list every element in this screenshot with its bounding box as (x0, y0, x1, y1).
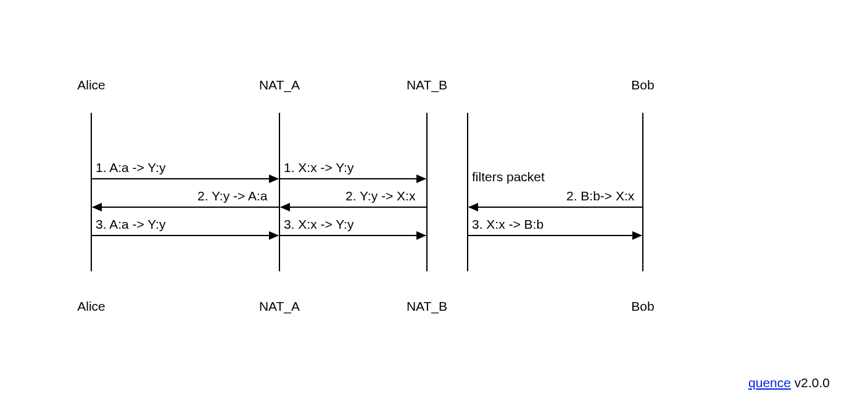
arrow-r3-nata-to-natb (280, 235, 426, 236)
arrow-r1-alice-to-nata (92, 178, 278, 179)
arrow-r2-nata-to-alice (93, 207, 279, 208)
msg-r2-ab: 2. Y:y -> A:a (197, 189, 267, 203)
credit-link[interactable]: quence (748, 375, 791, 390)
actor-label-nat-b-top: NAT_B (407, 78, 447, 92)
lifeline-alice (91, 113, 92, 271)
lifeline-nat-b-gap-right (467, 113, 468, 271)
note-filters-packet: filters packet (472, 170, 545, 184)
msg-r2-cd: 2. B:b-> X:x (566, 189, 634, 203)
msg-r3-cd: 3. X:x -> B:b (472, 217, 544, 232)
lifeline-nat-a (279, 113, 280, 271)
arrow-r3-alice-to-nata (92, 235, 278, 236)
actor-label-alice-bottom: Alice (77, 299, 105, 314)
lifeline-bob (642, 113, 643, 271)
msg-r2-bc: 2. Y:y -> X:x (345, 189, 415, 203)
lifeline-nat-b (426, 113, 428, 271)
actor-label-alice-top: Alice (77, 78, 105, 92)
arrow-r1-nata-to-natb (280, 178, 426, 179)
msg-r3-ab: 3. A:a -> Y:y (96, 217, 165, 232)
actor-label-bob-bottom: Bob (631, 299, 654, 314)
arrow-r3-natb-to-bob (468, 235, 642, 236)
msg-r1-ab: 1. A:a -> Y:y (96, 160, 165, 175)
credit-version: v2.0.0 (791, 375, 830, 390)
arrow-r2-natb-to-nata (281, 207, 426, 208)
arrow-r2-bob-to-natb (469, 207, 642, 208)
credit-line: quence v2.0.0 (748, 375, 830, 390)
actor-label-nat-b-bottom: NAT_B (407, 299, 447, 314)
actor-label-nat-a-top: NAT_A (259, 78, 300, 92)
msg-r1-bc: 1. X:x -> Y:y (284, 160, 353, 175)
actor-label-nat-a-bottom: NAT_A (259, 299, 300, 314)
actor-label-bob-top: Bob (631, 78, 654, 92)
sequence-diagram: Alice NAT_A NAT_B Bob 1. A:a -> Y:y 1. X… (0, 0, 868, 418)
msg-r3-bc: 3. X:x -> Y:y (284, 217, 353, 232)
